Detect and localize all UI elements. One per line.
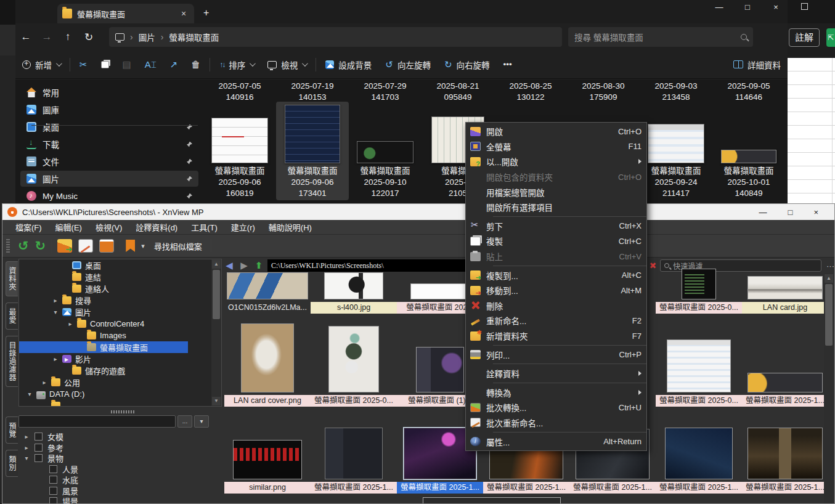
category-item[interactable]: ▸ 參考: [18, 442, 222, 453]
context-menu-item[interactable]: 詮釋資料: [466, 366, 646, 381]
scrollbar-thumb[interactable]: [213, 270, 220, 319]
file-item[interactable]: 螢幕擷取畫面 2025-09-24 211417: [640, 102, 712, 200]
scrollbar-thumb[interactable]: [825, 284, 833, 346]
copy-button[interactable]: [94, 61, 116, 68]
rename-button[interactable]: A⌶: [138, 59, 163, 70]
menu-bar-item[interactable]: 詮釋資料(d): [129, 221, 184, 233]
category-checkbox[interactable]: [49, 487, 57, 495]
category-item[interactable]: 水底: [18, 474, 222, 486]
panel-tab[interactable]: 預覽: [6, 417, 18, 444]
context-menu-item[interactable]: 批次重新命名...: [466, 415, 646, 431]
sidebar-item[interactable]: 常用: [20, 84, 198, 100]
sort-button[interactable]: ↑↓ 排序: [213, 59, 261, 71]
file-label-partial[interactable]: 2025-07-05 140916: [203, 81, 276, 103]
context-menu-item[interactable]: 開啟 Ctrl+O: [466, 124, 646, 139]
sidebar-item[interactable]: 桌面: [20, 119, 198, 135]
context-menu-item[interactable]: 開啟所有選擇項目: [466, 200, 646, 215]
redo-rotate-right-icon[interactable]: ↻: [35, 238, 46, 253]
category-item[interactable]: ▾ 景物: [18, 453, 222, 464]
menu-bar-item[interactable]: 建立(r): [224, 221, 262, 233]
grid-file-item[interactable]: LAN card.jpg: [742, 276, 828, 314]
tree-expander-icon[interactable]: ▸: [52, 297, 59, 304]
sidebar-item[interactable]: 圖庫: [20, 102, 198, 118]
grid-file-item[interactable]: 螢幕擷取畫面 2025-1...: [742, 428, 828, 494]
tree-item[interactable]: 儲存的遊戲: [19, 365, 221, 376]
context-menu-item[interactable]: 重新命名... F2: [466, 313, 646, 328]
back-button[interactable]: ←: [15, 31, 36, 43]
bookmark-dropdown-icon[interactable]: ▾: [141, 242, 145, 250]
close-button[interactable]: ×: [770, 2, 781, 12]
dropdown-button[interactable]: ▾: [194, 415, 209, 428]
file-item[interactable]: 螢幕擷取畫面 2025-10-01 140849: [712, 102, 785, 200]
grid-file-item[interactable]: 螢幕擷取畫面 2025-1...: [656, 428, 742, 494]
tree-item[interactable]: ▾ 圖片: [19, 306, 221, 318]
category-item[interactable]: 風景: [18, 486, 222, 497]
context-menu-item[interactable]: 開啟包含的資料夾 Ctrl+O: [466, 169, 646, 185]
tree-expander-icon[interactable]: ▾: [52, 309, 59, 315]
grid-file-item[interactable]: LAN card cover.png: [224, 323, 311, 407]
toolbar-grip[interactable]: [6, 239, 10, 253]
file-label-partial[interactable]: 2025-08-25 130122: [494, 81, 567, 103]
context-menu-item[interactable]: 刪除: [466, 298, 646, 314]
set-background-button[interactable]: 設成背景: [319, 59, 378, 71]
rotate-left-button[interactable]: ↺ 向左旋轉: [378, 59, 438, 71]
sidebar-item[interactable]: 下載: [20, 136, 198, 152]
context-menu-item[interactable]: 新增資料夾 F7: [466, 328, 646, 344]
tree-item[interactable]: Images: [19, 330, 221, 341]
context-menu-item[interactable]: 複製到... Alt+C: [466, 267, 646, 283]
maximize-button[interactable]: □: [788, 208, 793, 217]
category-checkbox[interactable]: [35, 454, 43, 462]
more-options-button[interactable]: •••: [497, 60, 519, 69]
context-menu-item[interactable]: 以...開啟: [466, 154, 646, 169]
panel-tab[interactable]: 最愛: [6, 303, 18, 330]
tree-expander-icon[interactable]: ▾: [26, 391, 33, 397]
annotate-button[interactable]: 註解: [789, 28, 820, 47]
grid-file-item[interactable]: O1CN015Zd6lv2LMa...: [224, 272, 311, 314]
category-checkbox[interactable]: [35, 433, 43, 441]
menu-bar-item[interactable]: 工具(T): [184, 221, 224, 233]
breadcrumb-item-screenshots[interactable]: 螢幕擷取畫面: [169, 31, 219, 43]
tree-item[interactable]: 連結: [19, 271, 221, 283]
wallpaper-icon[interactable]: [99, 239, 114, 253]
sidebar-item[interactable]: 文件: [20, 153, 198, 169]
category-checkbox[interactable]: [35, 444, 43, 452]
more-options-icon[interactable]: ···: [826, 261, 834, 270]
explorer-active-tab[interactable]: 螢幕擷取畫面 ×: [57, 4, 194, 23]
new-button[interactable]: 新增: [15, 59, 67, 71]
file-label-partial[interactable]: 2025-07-19 140153: [276, 81, 349, 103]
file-item[interactable]: 螢幕擷取畫面 2025-09-06 160819: [203, 102, 276, 200]
tree-item[interactable]: 連絡人: [19, 283, 221, 295]
context-menu-item[interactable]: 移動到... Alt+M: [466, 283, 646, 298]
context-menu-item[interactable]: 全螢幕 F11: [466, 139, 646, 155]
menu-bar-item[interactable]: 編輯(E): [49, 221, 89, 233]
tree-item[interactable]: ▸ 搜尋: [19, 295, 221, 306]
breadcrumb[interactable]: › 圖片 › 螢幕擷取畫面: [109, 27, 562, 47]
details-pane-button[interactable]: 詳細資料: [727, 59, 788, 71]
tree-item[interactable]: [19, 400, 221, 407]
context-menu-item[interactable]: 轉換為: [466, 385, 646, 400]
grid-file-item[interactable]: similar.png: [224, 440, 311, 494]
context-menu-item[interactable]: 用檔案總管開啟: [466, 184, 646, 200]
tree-item[interactable]: ▾ DATA (D:): [19, 388, 221, 400]
minimize-button[interactable]: —: [714, 2, 725, 12]
category-expander-icon[interactable]: ▸: [23, 433, 30, 440]
breadcrumb-item-pictures[interactable]: 圖片: [139, 31, 155, 43]
back-icon[interactable]: ◀: [223, 260, 235, 271]
up-button[interactable]: ↑: [57, 31, 78, 43]
grid-file-item[interactable]: 螢幕擷取畫面 2025-0...: [656, 269, 742, 314]
context-menu-item[interactable]: 批次轉換... Ctrl+U: [466, 400, 646, 415]
category-checkbox[interactable]: [49, 465, 57, 473]
minimize-button[interactable]: —: [759, 208, 767, 217]
tree-item[interactable]: ▸ 影片: [19, 353, 221, 365]
tree-item[interactable]: ▸ 公用: [19, 376, 221, 388]
browse-button[interactable]: ...: [177, 415, 192, 428]
bookmark-icon[interactable]: [126, 240, 135, 252]
tree-item[interactable]: 螢幕擷取畫面: [19, 341, 188, 353]
up-icon[interactable]: ⬆: [253, 260, 265, 271]
scroll-up-icon[interactable]: ▲: [825, 274, 833, 283]
delete-button[interactable]: 🗑: [184, 59, 207, 70]
close-button[interactable]: ×: [813, 208, 818, 217]
context-menu-item[interactable]: 列印... Ctrl+P: [466, 347, 646, 362]
panel-tab[interactable]: 類別: [6, 450, 18, 477]
context-menu-item[interactable]: 剪下 Ctrl+X: [466, 219, 646, 234]
